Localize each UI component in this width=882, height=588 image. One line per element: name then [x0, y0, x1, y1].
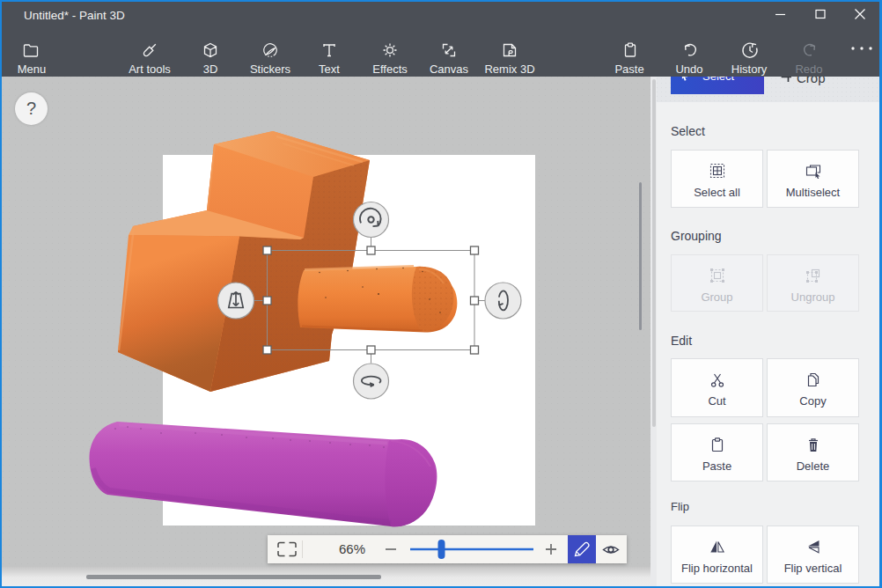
svg-text:66%: 66%	[339, 541, 365, 556]
